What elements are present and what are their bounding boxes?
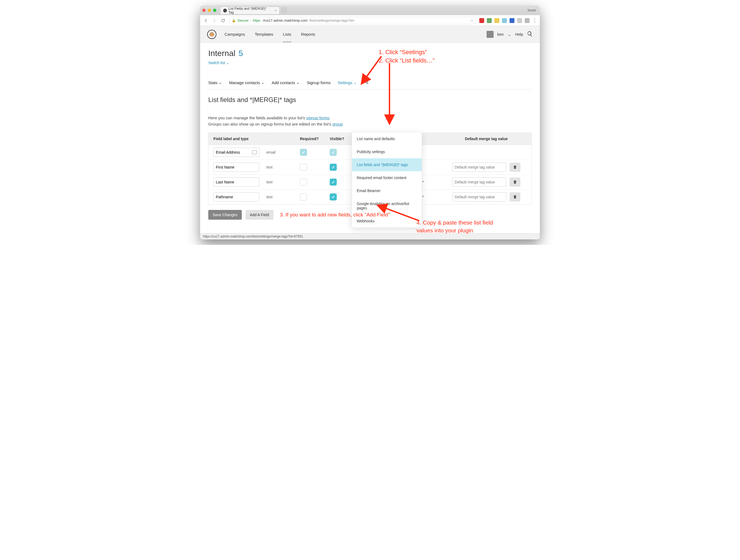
th-default: Default merge tag value bbox=[446, 136, 527, 141]
dd-publicity-settings[interactable]: Publicity settings bbox=[352, 145, 422, 158]
user-area: ben ⌄ Help bbox=[486, 31, 533, 38]
visible-checkbox[interactable] bbox=[330, 149, 337, 156]
groups-link[interactable]: group bbox=[333, 122, 343, 126]
required-checkbox[interactable] bbox=[300, 149, 307, 156]
subnav-signup-forms[interactable]: Signup forms bbox=[307, 80, 331, 85]
username: ben bbox=[497, 32, 503, 36]
annotation-arrow-icon bbox=[379, 204, 422, 224]
maximize-window-button[interactable] bbox=[213, 9, 216, 12]
visible-checkbox[interactable] bbox=[330, 164, 337, 171]
card-icon bbox=[252, 151, 257, 154]
th-label: Field label and type bbox=[213, 136, 300, 141]
tab-title: List Fields and *|MERGE|* Tag bbox=[228, 7, 272, 14]
minimize-window-button[interactable] bbox=[208, 9, 211, 12]
field-label-input[interactable]: First Name bbox=[213, 163, 259, 172]
bookmark-star-icon[interactable]: ☆ bbox=[470, 18, 474, 22]
chevron-down-icon: ⌄ bbox=[261, 80, 265, 85]
page-content: Internal 5 Switch list ⌄ Stats⌄ Manage c… bbox=[200, 43, 540, 233]
visible-checkbox[interactable] bbox=[330, 179, 337, 186]
dd-list-name-defaults[interactable]: List name and defaults bbox=[352, 132, 422, 145]
default-value-input[interactable] bbox=[452, 192, 506, 201]
signup-forms-link[interactable]: signup forms bbox=[306, 115, 330, 120]
page-description: Here you can manage the fields available… bbox=[208, 115, 532, 127]
browser-tab-bar: List Fields and *|MERGE|* Tag × honor bbox=[200, 5, 540, 15]
add-field-button[interactable]: Add A Field bbox=[246, 210, 273, 220]
page-title: List fields and *|MERGE|* tags bbox=[208, 96, 532, 104]
close-tab-icon[interactable]: × bbox=[275, 8, 277, 12]
chevron-down-icon: ⌄ bbox=[296, 80, 300, 85]
field-type-label: text bbox=[266, 165, 273, 169]
extension-icon[interactable] bbox=[510, 18, 515, 23]
default-value-input[interactable] bbox=[452, 178, 506, 187]
field-label-input[interactable]: Email Address bbox=[213, 148, 259, 157]
secure-label: Secure bbox=[238, 18, 249, 22]
field-type-label: email bbox=[266, 150, 275, 155]
subnav-add-contacts[interactable]: Add contacts⌄ bbox=[272, 80, 300, 85]
annotation-step3: 3. If you want to add new fields, click … bbox=[280, 211, 390, 218]
delete-field-button[interactable] bbox=[510, 192, 521, 201]
required-checkbox[interactable] bbox=[300, 193, 307, 200]
list-name: Internal bbox=[208, 49, 235, 58]
required-checkbox[interactable] bbox=[300, 164, 307, 171]
dd-email-beamer[interactable]: Email Beamer bbox=[352, 184, 422, 197]
nav-templates[interactable]: Templates bbox=[255, 32, 273, 36]
nav-reports[interactable]: Reports bbox=[301, 32, 315, 36]
actions-row: Save Changes Add A Field 3. If you want … bbox=[208, 210, 532, 220]
new-tab-button[interactable] bbox=[281, 7, 287, 13]
help-link[interactable]: Help bbox=[515, 32, 523, 36]
dd-list-fields-merge[interactable]: List fields and *|MERGE|* tags bbox=[352, 158, 422, 171]
field-type-label: text bbox=[266, 195, 273, 199]
field-type-label: text bbox=[266, 180, 273, 184]
favicon-icon bbox=[223, 9, 227, 12]
dd-required-footer[interactable]: Required email footer content bbox=[352, 171, 422, 184]
avatar[interactable] bbox=[486, 31, 493, 38]
delete-field-button[interactable] bbox=[510, 163, 521, 172]
window-controls bbox=[202, 9, 216, 12]
extensions-row: ⋮ bbox=[479, 18, 537, 23]
search-icon[interactable] bbox=[527, 31, 533, 37]
chevron-down-icon[interactable]: ⌄ bbox=[507, 31, 512, 37]
th-required: Required? bbox=[300, 136, 330, 141]
extension-icon[interactable] bbox=[479, 18, 484, 23]
visible-checkbox[interactable] bbox=[330, 193, 337, 200]
app-header: 🐵 Campaigns Templates Lists Reports ben … bbox=[200, 26, 540, 43]
extension-icon[interactable] bbox=[525, 18, 530, 23]
close-window-button[interactable] bbox=[202, 9, 205, 12]
required-checkbox[interactable] bbox=[300, 179, 307, 186]
field-label-input[interactable]: Pathname bbox=[213, 192, 259, 201]
chevron-down-icon: ⌄ bbox=[354, 80, 357, 85]
chevron-down-icon: ⌄ bbox=[218, 80, 222, 85]
nav-campaigns[interactable]: Campaigns bbox=[224, 32, 245, 36]
svg-line-0 bbox=[364, 56, 381, 81]
delete-field-button[interactable] bbox=[510, 178, 521, 187]
subnav-settings[interactable]: Settings⌄ bbox=[338, 80, 357, 85]
annotation-step4: 4. Copy & paste these list field values … bbox=[417, 218, 493, 235]
nav-lists[interactable]: Lists bbox=[283, 32, 291, 36]
list-count: 5 bbox=[239, 49, 243, 58]
browser-toolbar: 🔒 Secure | https://us17.admin.mailchimp.… bbox=[200, 15, 540, 26]
mailchimp-logo-icon[interactable]: 🐵 bbox=[207, 30, 216, 39]
url-https: https bbox=[253, 18, 261, 22]
browser-tab[interactable]: List Fields and *|MERGE|* Tag × bbox=[220, 6, 280, 14]
subnav-stats[interactable]: Stats⌄ bbox=[208, 80, 222, 85]
extension-icon[interactable] bbox=[494, 18, 499, 23]
back-button[interactable] bbox=[203, 18, 209, 23]
url-path: /lists/settings/merge-tags?id= bbox=[309, 18, 355, 22]
svg-line-2 bbox=[381, 207, 419, 221]
forward-button[interactable] bbox=[211, 18, 217, 23]
url-host: ://us17.admin.mailchimp.com bbox=[262, 18, 307, 22]
browser-profile[interactable]: honor bbox=[528, 8, 538, 12]
browser-menu-icon[interactable]: ⋮ bbox=[532, 18, 537, 23]
main-nav: Campaigns Templates Lists Reports bbox=[224, 32, 315, 36]
field-label-input[interactable]: Last Name bbox=[213, 178, 259, 187]
subnav-manage-contacts[interactable]: Manage contacts⌄ bbox=[229, 80, 265, 85]
annotation-arrow-icon bbox=[381, 62, 397, 125]
extension-icon[interactable] bbox=[517, 18, 522, 23]
chevron-down-icon: ⌄ bbox=[226, 61, 229, 65]
extension-icon[interactable] bbox=[502, 18, 507, 23]
reload-button[interactable] bbox=[220, 18, 226, 23]
save-changes-button[interactable]: Save Changes bbox=[208, 210, 242, 220]
extension-icon[interactable] bbox=[487, 18, 492, 23]
address-bar[interactable]: 🔒 Secure | https://us17.admin.mailchimp.… bbox=[229, 17, 477, 24]
default-value-input[interactable] bbox=[452, 163, 506, 172]
